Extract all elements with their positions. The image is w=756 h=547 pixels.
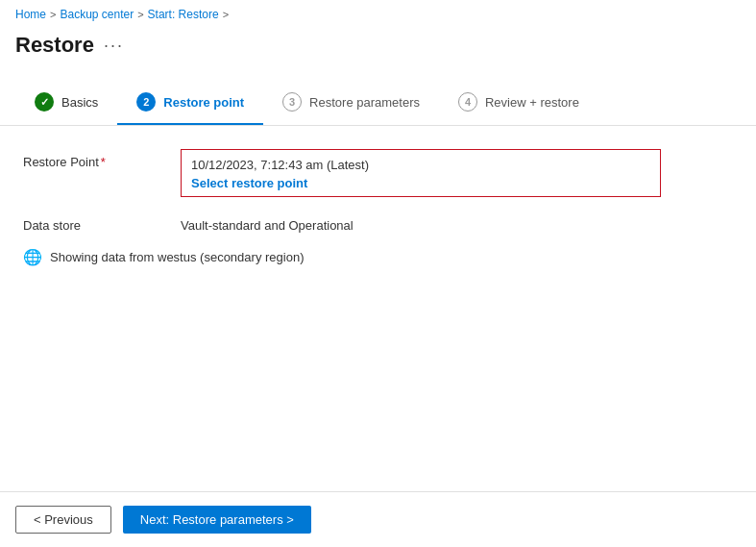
tab-restore-parameters-number: 3 (289, 96, 295, 108)
tab-review-restore-number: 4 (465, 96, 471, 108)
select-restore-point-link[interactable]: Select restore point (191, 176, 307, 190)
tab-basics-label: Basics (61, 95, 98, 110)
page-title: Restore (15, 33, 94, 58)
data-store-label: Data store (23, 212, 158, 233)
globe-icon: 🌐 (23, 248, 42, 266)
page-header: Restore ··· (0, 29, 756, 69)
breadcrumb: Home > Backup center > Start: Restore > (0, 0, 756, 29)
tab-review-restore-label: Review + restore (485, 95, 579, 110)
restore-point-label: Restore Point* (23, 149, 158, 169)
restore-point-box: 10/12/2023, 7:12:43 am (Latest) Select r… (181, 149, 661, 197)
tab-review-restore[interactable]: 4 Review + restore (439, 85, 598, 125)
breadcrumb-sep1: > (50, 9, 56, 20)
tab-restore-point-number: 2 (143, 96, 149, 108)
breadcrumb-backup-center[interactable]: Backup center (60, 8, 134, 21)
info-row: 🌐 Showing data from westus (secondary re… (23, 248, 733, 266)
tab-restore-parameters[interactable]: 3 Restore parameters (263, 85, 439, 125)
wizard-tabs: ✓ Basics 2 Restore point 3 Restore param… (0, 69, 756, 126)
restore-point-value: 10/12/2023, 7:12:43 am (Latest) Select r… (181, 149, 733, 197)
form-content: Restore Point* 10/12/2023, 7:12:43 am (L… (0, 149, 756, 266)
restore-point-row: Restore Point* 10/12/2023, 7:12:43 am (L… (23, 149, 733, 197)
breadcrumb-home[interactable]: Home (15, 8, 46, 21)
breadcrumb-sep2: > (137, 9, 143, 20)
restore-point-date: 10/12/2023, 7:12:43 am (Latest) (191, 158, 650, 172)
previous-button[interactable]: < Previous (15, 506, 111, 534)
more-options-button[interactable]: ··· (104, 36, 124, 56)
tab-basics-circle: ✓ (35, 92, 54, 112)
secondary-region-info: Showing data from westus (secondary regi… (50, 250, 304, 264)
tab-restore-point-label: Restore point (163, 95, 244, 110)
tab-basics[interactable]: ✓ Basics (15, 85, 117, 125)
tab-restore-point[interactable]: 2 Restore point (117, 85, 263, 125)
required-indicator: * (101, 155, 106, 169)
breadcrumb-start-restore[interactable]: Start: Restore (148, 8, 219, 21)
data-store-row: Data store Vault-standard and Operationa… (23, 212, 733, 233)
tab-restore-parameters-circle: 3 (282, 92, 302, 112)
tab-review-restore-circle: 4 (458, 92, 477, 112)
tab-restore-parameters-label: Restore parameters (309, 95, 420, 110)
next-button[interactable]: Next: Restore parameters > (123, 506, 311, 534)
footer: < Previous Next: Restore parameters > (0, 491, 756, 547)
data-store-value: Vault-standard and Operational (181, 212, 733, 233)
tab-restore-point-circle: 2 (136, 92, 156, 112)
breadcrumb-sep3: > (223, 9, 229, 20)
checkmark-icon: ✓ (40, 96, 49, 109)
